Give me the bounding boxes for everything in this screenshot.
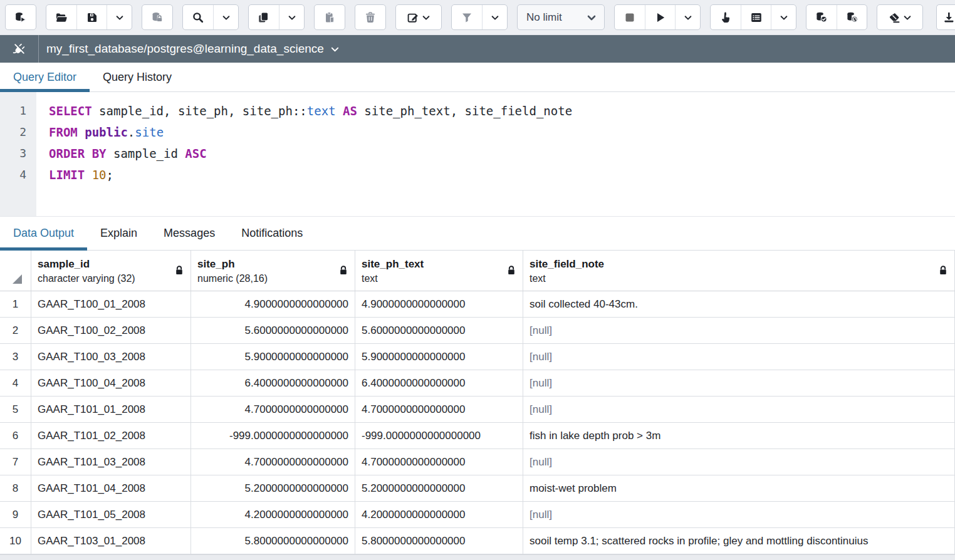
data-cell-site-field-note[interactable]: sooil temp 3.1; scattered rocks in profi… [523,528,955,554]
data-cell-site-ph-text[interactable]: -999.0000000000000000 [355,423,523,449]
filter-dropdown-chevron-icon[interactable] [482,5,507,29]
tab-notifications[interactable]: Notifications [228,217,316,250]
column-header-site-field-note[interactable]: site_field_note text [523,251,955,291]
clear-eraser-icon[interactable] [877,5,922,29]
data-cell-site-ph[interactable]: 4.2000000000000000 [191,502,355,528]
sql-line[interactable]: LIMIT 10; [49,164,955,185]
data-cell-site-ph-text[interactable]: 6.4000000000000000 [355,370,523,397]
sql-line[interactable]: FROM public.site [49,122,955,143]
lock-icon [338,265,348,276]
data-cell-site-ph-text[interactable]: 5.2000000000000000 [355,475,523,502]
data-cell-sample-id[interactable]: GAAR_T100_02_2008 [31,318,191,344]
commit-database-check-icon[interactable] [806,5,837,29]
data-cell-site-ph[interactable]: 4.9000000000000000 [191,291,355,318]
data-cell-sample-id[interactable]: GAAR_T101_04_2008 [31,475,191,502]
data-cell-site-ph[interactable]: -999.0000000000000000 [191,423,355,449]
copy-icon[interactable] [249,5,279,29]
tab-query-history[interactable]: Query History [90,63,185,91]
data-cell-site-ph[interactable]: 5.6000000000000000 [191,318,355,344]
row-number[interactable]: 1 [0,291,31,318]
data-cell-site-field-note[interactable]: [null] [523,397,955,423]
delete-icon[interactable] [355,5,385,29]
data-cell-site-ph-text[interactable]: 4.2000000000000000 [355,502,523,528]
execute-dropdown-chevron-icon[interactable] [675,5,700,29]
data-cell-site-field-note[interactable]: [null] [523,370,955,397]
sql-editor[interactable]: 1234 SELECT sample_id, site_ph, site_ph:… [0,92,955,216]
row-number[interactable]: 7 [0,449,31,475]
transaction-group [806,4,867,30]
data-cell-site-ph[interactable]: 4.7000000000000000 [191,449,355,475]
data-cell-site-ph[interactable]: 6.4000000000000000 [191,370,355,397]
rollback-database-undo-icon[interactable] [837,5,867,29]
row-limit-value: No limit [526,11,562,24]
row-number[interactable]: 2 [0,318,31,344]
column-header-site-ph[interactable]: site_ph numeric (28,16) [191,251,355,291]
save-data-changes-lock-icon[interactable] [142,5,172,29]
data-cell-site-field-note[interactable]: soil collected 40-43cm. [523,291,955,318]
column-header-sample-id[interactable]: sample_id character varying (32) [31,251,191,291]
data-cell-site-field-note[interactable]: [null] [523,344,955,370]
find-icon[interactable] [183,5,213,29]
data-cell-sample-id[interactable]: GAAR_T101_03_2008 [31,449,191,475]
row-number[interactable]: 8 [0,475,31,502]
copy-dropdown-chevron-icon[interactable] [279,5,304,29]
data-cell-site-field-note[interactable]: [null] [523,318,955,344]
data-cell-sample-id[interactable]: GAAR_T101_05_2008 [31,502,191,528]
data-cell-site-field-note[interactable]: [null] [523,502,955,528]
database-script-icon[interactable] [6,5,36,29]
download-icon[interactable] [936,4,955,30]
data-cell-site-ph-text[interactable]: 5.8000000000000000 [355,528,523,554]
data-cell-site-ph-text[interactable]: 4.9000000000000000 [355,291,523,318]
select-all-corner[interactable] [0,251,31,291]
data-cell-site-ph[interactable]: 5.2000000000000000 [191,475,355,502]
data-cell-sample-id[interactable]: GAAR_T103_01_2008 [31,528,191,554]
row-limit-select[interactable]: No limit [517,4,605,30]
row-number[interactable]: 9 [0,502,31,528]
data-cell-site-ph-text[interactable]: 5.6000000000000000 [355,318,523,344]
data-cell-site-ph-text[interactable]: 4.7000000000000000 [355,449,523,475]
sql-line[interactable]: SELECT sample_id, site_ph, site_ph::text… [49,100,955,122]
row-number[interactable]: 6 [0,423,31,449]
row-number[interactable]: 5 [0,397,31,423]
tab-messages[interactable]: Messages [150,217,228,250]
execute-play-icon[interactable] [645,5,675,29]
save-data-group [142,4,173,30]
connection-selector[interactable]: my_first_database/postgres@learning_data… [46,42,340,56]
data-cell-sample-id[interactable]: GAAR_T100_04_2008 [31,370,191,397]
open-file-icon[interactable] [46,5,76,29]
explain-analyze-table-icon[interactable] [741,5,771,29]
data-cell-site-ph-text[interactable]: 4.7000000000000000 [355,397,523,423]
column-header-site-ph-text[interactable]: site_ph_text text [355,251,523,291]
sql-code-area[interactable]: SELECT sample_id, site_ph, site_ph::text… [36,92,955,216]
filter-icon[interactable] [452,5,482,29]
data-cell-site-field-note[interactable]: [null] [523,449,955,475]
tab-query-editor[interactable]: Query Editor [0,63,90,91]
data-cell-site-ph[interactable]: 5.9000000000000000 [191,344,355,370]
data-cell-site-ph[interactable]: 5.8000000000000000 [191,528,355,554]
explain-dropdown-chevron-icon[interactable] [771,5,796,29]
stop-icon[interactable] [615,5,645,29]
tab-explain[interactable]: Explain [87,217,150,250]
row-number[interactable]: 4 [0,370,31,397]
data-cell-sample-id[interactable]: GAAR_T100_01_2008 [31,291,191,318]
edit-icon[interactable] [396,5,441,29]
paste-icon[interactable] [315,5,345,29]
clear-dropdown-chevron-icon [903,13,912,22]
data-cell-sample-id[interactable]: GAAR_T101_01_2008 [31,397,191,423]
data-cell-site-field-note[interactable]: moist-wet problem [523,475,955,502]
explain-hand-icon[interactable] [711,5,741,29]
data-cell-sample-id[interactable]: GAAR_T101_02_2008 [31,423,191,449]
data-cell-site-ph-text[interactable]: 5.9000000000000000 [355,344,523,370]
tab-label: Data Output [13,227,74,240]
sql-line[interactable]: ORDER BY sample_id ASC [49,143,955,164]
row-number[interactable]: 3 [0,344,31,370]
tab-data-output[interactable]: Data Output [0,217,87,250]
find-dropdown-chevron-icon[interactable] [213,5,238,29]
data-cell-sample-id[interactable]: GAAR_T100_03_2008 [31,344,191,370]
save-dropdown-chevron-icon[interactable] [107,5,132,29]
save-file-icon[interactable] [76,5,107,29]
row-number[interactable]: 10 [0,528,31,554]
data-cell-site-field-note[interactable]: fish in lake depth prob > 3m [523,423,955,449]
data-cell-site-ph[interactable]: 4.7000000000000000 [191,397,355,423]
horizontal-scrollbar-track[interactable] [0,554,955,560]
